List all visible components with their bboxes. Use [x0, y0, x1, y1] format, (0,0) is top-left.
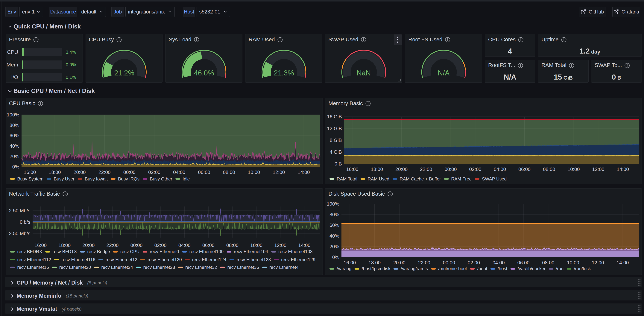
svg-text:06:00: 06:00 — [518, 260, 530, 266]
svg-text:18:00: 18:00 — [49, 170, 61, 175]
svg-text:100%: 100% — [7, 112, 20, 118]
svg-text:04:00: 04:00 — [492, 260, 505, 266]
svg-text:12:00: 12:00 — [592, 166, 604, 172]
svg-text:12 GiB: 12 GiB — [327, 126, 342, 131]
svg-text:40%: 40% — [330, 233, 339, 239]
svg-text:02:00: 02:00 — [154, 242, 166, 248]
svg-text:22:00: 22:00 — [106, 242, 118, 248]
svg-text:12:00: 12:00 — [273, 170, 285, 175]
svg-text:-2.50 Mb/s: -2.50 Mb/s — [7, 231, 30, 236]
svg-text:0%: 0% — [12, 164, 19, 170]
svg-text:16:00: 16:00 — [344, 260, 356, 266]
svg-text:22:00: 22:00 — [420, 166, 432, 172]
svg-text:04:00: 04:00 — [178, 242, 190, 248]
svg-text:08:00: 08:00 — [226, 242, 238, 248]
svg-text:40%: 40% — [10, 143, 19, 149]
svg-text:21.2%: 21.2% — [114, 69, 134, 77]
svg-text:18:00: 18:00 — [371, 166, 383, 172]
svg-text:16:00: 16:00 — [346, 166, 358, 172]
svg-text:20%: 20% — [10, 154, 19, 159]
svg-text:08:00: 08:00 — [223, 170, 235, 175]
svg-text:14:00: 14:00 — [298, 242, 310, 248]
svg-text:0 B: 0 B — [334, 161, 342, 166]
svg-text:16:00: 16:00 — [34, 242, 46, 248]
svg-text:10:00: 10:00 — [248, 170, 260, 175]
svg-text:00:00: 00:00 — [123, 170, 136, 175]
svg-text:46.0%: 46.0% — [194, 69, 214, 77]
svg-text:02:00: 02:00 — [468, 260, 480, 266]
svg-text:06:00: 06:00 — [202, 242, 214, 248]
svg-text:00:00: 00:00 — [443, 260, 455, 266]
svg-text:06:00: 06:00 — [198, 170, 210, 175]
svg-text:20%: 20% — [330, 244, 339, 249]
svg-text:0%: 0% — [332, 254, 340, 260]
svg-text:22:00: 22:00 — [98, 170, 111, 175]
svg-text:18:00: 18:00 — [368, 260, 381, 266]
svg-text:8 GiB: 8 GiB — [330, 138, 342, 143]
svg-text:00:00: 00:00 — [444, 166, 457, 172]
svg-text:60%: 60% — [10, 133, 19, 138]
svg-text:14:00: 14:00 — [298, 170, 310, 175]
svg-text:10:00: 10:00 — [567, 260, 579, 266]
svg-text:02:00: 02:00 — [148, 170, 160, 175]
svg-text:20:00: 20:00 — [74, 170, 86, 175]
svg-text:00:00: 00:00 — [130, 242, 142, 248]
svg-text:18:00: 18:00 — [58, 242, 70, 248]
svg-text:04:00: 04:00 — [494, 166, 506, 172]
svg-text:NaN: NaN — [357, 69, 371, 77]
svg-text:80%: 80% — [330, 212, 339, 217]
svg-text:06:00: 06:00 — [518, 166, 530, 172]
svg-text:20:00: 20:00 — [393, 260, 406, 266]
svg-text:100%: 100% — [327, 201, 340, 207]
svg-text:21.3%: 21.3% — [274, 69, 294, 77]
svg-text:20:00: 20:00 — [396, 166, 408, 172]
svg-text:0 b/s: 0 b/s — [20, 219, 30, 225]
svg-text:80%: 80% — [10, 122, 19, 128]
svg-text:12:00: 12:00 — [592, 260, 604, 266]
svg-text:08:00: 08:00 — [543, 166, 555, 172]
svg-text:16 GiB: 16 GiB — [327, 114, 342, 120]
svg-text:16:00: 16:00 — [24, 170, 36, 175]
svg-text:4 GiB: 4 GiB — [330, 149, 342, 155]
svg-text:22:00: 22:00 — [418, 260, 430, 266]
svg-text:14:00: 14:00 — [617, 166, 629, 172]
svg-text:20:00: 20:00 — [82, 242, 94, 248]
svg-text:02:00: 02:00 — [469, 166, 482, 172]
svg-text:12:00: 12:00 — [274, 242, 286, 248]
svg-text:14:00: 14:00 — [617, 260, 629, 266]
svg-text:60%: 60% — [330, 222, 339, 228]
svg-text:10:00: 10:00 — [568, 166, 580, 172]
svg-text:2.50 Mb/s: 2.50 Mb/s — [9, 208, 30, 214]
svg-text:N/A: N/A — [438, 69, 450, 77]
svg-text:08:00: 08:00 — [542, 260, 554, 266]
svg-text:10:00: 10:00 — [250, 242, 262, 248]
svg-text:04:00: 04:00 — [173, 170, 185, 175]
